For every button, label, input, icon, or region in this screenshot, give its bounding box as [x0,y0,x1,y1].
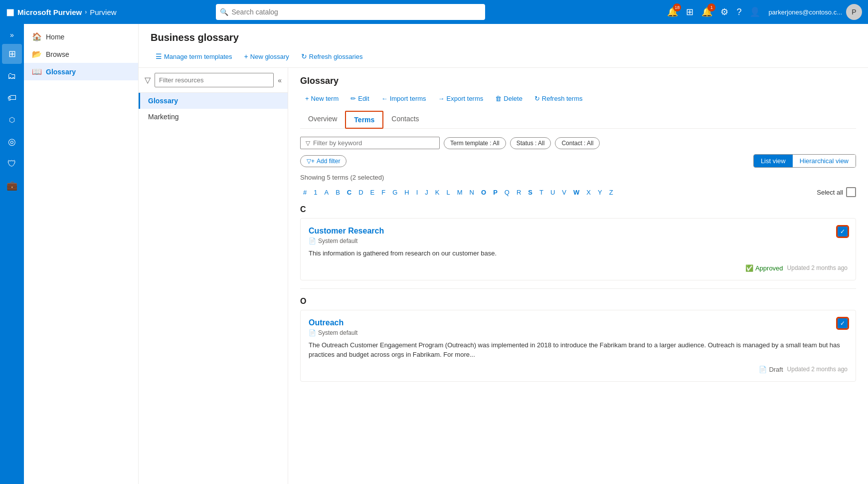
tab-contacts[interactable]: Contacts [383,111,427,129]
alpha-O[interactable]: O [478,188,489,197]
select-all-checkbox[interactable] [846,187,856,197]
term-title-customer-research[interactable]: Customer Research [309,227,384,236]
apps-btn[interactable]: ⊞ [686,6,694,17]
tab-overview[interactable]: Overview [300,111,345,129]
hierarchical-view-label: Hierarchical view [800,157,849,165]
delete-btn[interactable]: 🗑 Delete [490,92,527,105]
alpha-Z[interactable]: Z [606,188,616,197]
sidebar-item-home[interactable]: 🏠 Home [24,28,138,45]
sidebar-item-glossary[interactable]: 📖 Glossary [24,63,138,80]
sidebar-icon-folder[interactable]: 🗂 [2,66,22,86]
draft-icon: 📄 [759,366,767,373]
alpha-D[interactable]: D [355,188,366,197]
help-btn[interactable]: ? [736,7,741,17]
alpha-T[interactable]: T [536,188,546,197]
contact-filter[interactable]: Contact : All [555,137,600,149]
term-desc-outreach: The Outreach Customer Engagement Program… [309,340,848,360]
edit-btn[interactable]: ✏ Edit [346,92,374,105]
term-template-filter[interactable]: Term template : All [444,137,506,149]
alpha-Y[interactable]: Y [595,188,605,197]
right-panel-title: Glossary [300,76,856,86]
new-glossary-btn[interactable]: + New glossary [239,49,294,63]
left-panel-item-glossary[interactable]: Glossary [139,93,288,109]
alpha-Q[interactable]: Q [502,188,513,197]
icon-sidebar-collapse[interactable]: » [2,28,22,42]
alpha-U[interactable]: U [547,188,558,197]
alerts-btn[interactable]: 🔔 1 [701,6,712,17]
refresh-glossaries-label: Refresh glossaries [309,53,363,60]
alpha-M[interactable]: M [454,188,466,197]
sidebar-icon-insights[interactable]: ◎ [2,132,22,152]
hierarchical-view-btn[interactable]: Hierarchical view [793,155,856,167]
term-card-customer-research[interactable]: Customer Research 📄 System default ✓ Thi… [300,218,856,280]
panel-collapse-icon[interactable]: « [278,76,282,84]
add-filter-btn[interactable]: ▽+ Add filter [300,155,347,167]
manage-templates-btn[interactable]: ☰ Manage term templates [151,49,237,63]
alpha-A[interactable]: A [321,188,332,197]
top-nav: ◼ Microsoft Purview › Purview 🔍 🔔 18 ⊞ 🔔… [0,0,868,24]
alpha-R[interactable]: R [514,188,524,197]
sidebar-item-glossary-label: Glossary [46,68,76,76]
sidebar-icon-tag[interactable]: 🏷 [2,88,22,108]
term-card-outreach-header: Outreach 📄 System default ✓ [309,318,848,336]
avatar: P [846,4,862,20]
search-input[interactable] [216,4,485,20]
left-panel-glossary-label: Glossary [148,97,178,105]
user-email: parkerjones@contoso.c... [768,8,842,16]
feedback-btn[interactable]: 👤 [749,6,760,17]
import-terms-btn[interactable]: ← Import terms [376,92,431,105]
showing-text: Showing 5 terms (2 selected) [300,174,856,181]
settings-btn[interactable]: ⚙ [720,6,728,17]
user-info[interactable]: parkerjones@contoso.c... P [768,4,862,20]
add-filter-label: Add filter [317,158,340,165]
sidebar-icon-briefcase[interactable]: 💼 [2,176,22,196]
alpha-K[interactable]: K [432,188,443,197]
alpha-1[interactable]: 1 [311,188,320,197]
delete-icon: 🗑 [495,95,502,102]
alpha-L[interactable]: L [444,188,453,197]
term-left: Customer Research 📄 System default [309,227,384,244]
new-term-btn[interactable]: + New term [300,92,344,105]
filter-keyword-input[interactable] [313,139,434,147]
search-bar: 🔍 [216,4,485,20]
term-checkbox-customer-research[interactable]: ✓ [838,227,848,237]
term-card-outreach[interactable]: Outreach 📄 System default ✓ The Outreach… [300,310,856,382]
terms-filter-row2: ▽+ Add filter List view Hierarchical vie… [300,154,856,168]
sidebar-item-browse[interactable]: 📂 Browse [24,45,138,63]
sidebar-icon-policy[interactable]: 🛡 [2,154,22,174]
icon-sidebar: » ⊞ 🗂 🏷 ⬡ ◎ 🛡 💼 [0,24,24,484]
status-filter-label: Status : All [517,140,545,147]
term-title-outreach[interactable]: Outreach [309,318,357,327]
sidebar-icon-connect[interactable]: ⬡ [2,110,22,130]
alpha-X[interactable]: X [583,188,594,197]
alpha-W[interactable]: W [570,188,582,197]
sidebar-icon-grid[interactable]: ⊞ [2,44,22,64]
refresh-terms-btn[interactable]: ↻ Refresh terms [529,92,588,105]
status-filter[interactable]: Status : All [510,137,551,149]
alpha-C[interactable]: C [344,188,354,197]
export-terms-btn[interactable]: → Export terms [433,92,489,105]
alpha-S[interactable]: S [525,188,535,197]
section-divider-co [300,288,856,289]
alpha-I[interactable]: I [413,188,421,197]
alpha-hash[interactable]: # [300,188,310,197]
refresh-glossaries-btn[interactable]: ↻ Refresh glossaries [296,49,368,63]
alpha-B[interactable]: B [333,188,343,197]
alpha-G[interactable]: G [389,188,400,197]
list-view-btn[interactable]: List view [754,155,793,167]
add-filter-icon: ▽+ [307,158,315,165]
alpha-F[interactable]: F [378,188,388,197]
left-panel-item-marketing[interactable]: Marketing [139,109,288,125]
alpha-H[interactable]: H [401,188,412,197]
status-label: Approved [755,264,783,272]
term-checkbox-outreach[interactable]: ✓ [838,318,848,328]
alpha-N[interactable]: N [467,188,477,197]
alpha-P[interactable]: P [490,188,501,197]
tab-terms[interactable]: Terms [345,111,383,129]
approved-icon: ✅ [745,264,753,272]
filter-resources-input[interactable] [155,73,274,87]
alpha-V[interactable]: V [559,188,569,197]
notifications-btn[interactable]: 🔔 18 [667,6,678,17]
alpha-J[interactable]: J [422,188,431,197]
alpha-E[interactable]: E [367,188,378,197]
